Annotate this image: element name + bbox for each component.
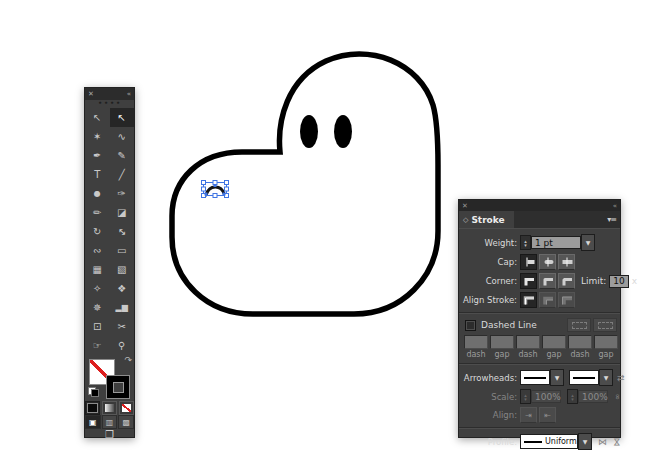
scale-start-input[interactable]: 100%: [531, 390, 561, 403]
eyedropper-icon: ✧: [93, 284, 101, 294]
arrowhead-end-dropdown-button[interactable]: ▼: [599, 369, 613, 386]
blob-shape[interactable]: [172, 54, 438, 314]
eraser-tool[interactable]: ◪: [110, 203, 135, 222]
swap-arrowheads-icon[interactable]: ⇄: [617, 373, 625, 383]
symbol-sprayer-tool[interactable]: ✵: [85, 298, 110, 317]
zoom-tool[interactable]: ⚲: [110, 336, 135, 355]
scale-end-stepper[interactable]: ▴▾: [567, 389, 578, 404]
rotate-tool[interactable]: ↻: [85, 222, 110, 241]
gradient-tool[interactable]: ▧: [110, 260, 135, 279]
gradient-button[interactable]: [102, 401, 117, 415]
divider: [459, 427, 620, 429]
profile-dropdown-button[interactable]: ▼: [578, 433, 592, 450]
weight-input[interactable]: 1 pt: [531, 236, 581, 249]
column-graph-tool[interactable]: ▂▆: [110, 298, 135, 317]
left-eye-shape[interactable]: [300, 115, 318, 148]
paintbrush-tool[interactable]: ✑: [110, 184, 135, 203]
align-dashes-button[interactable]: [593, 318, 617, 332]
eyedropper-tool[interactable]: ✧: [85, 279, 110, 298]
color-button[interactable]: [85, 401, 100, 415]
profile-select[interactable]: Uniform: [520, 434, 578, 449]
hand-tool[interactable]: ☞: [85, 336, 110, 355]
line-segment-tool[interactable]: ╱: [110, 165, 135, 184]
screen-mode-button[interactable]: ❐: [85, 429, 134, 440]
cap-label: Cap:: [462, 257, 517, 267]
preserve-dashes-icon: [572, 322, 587, 329]
dash-field[interactable]: [464, 335, 488, 349]
fill-stroke-controls: ↷: [85, 355, 134, 401]
draw-behind-button[interactable]: ▥: [102, 415, 118, 429]
butt-cap-button[interactable]: [520, 254, 537, 270]
preserve-dashes-button[interactable]: [567, 318, 591, 332]
collapse-panel-icon[interactable]: «: [613, 202, 617, 210]
stroke-panel-body: Weight: ▴▾ 1 pt ▼ Cap: Corner:: [459, 229, 620, 453]
limit-input[interactable]: 10: [609, 275, 628, 288]
draw-behind-icon: ▥: [106, 418, 114, 427]
artboard-tool[interactable]: ⊡: [85, 317, 110, 336]
close-icon[interactable]: ✕: [462, 202, 468, 210]
draw-inside-button[interactable]: ▩: [118, 415, 134, 429]
scale-start-stepper[interactable]: ▴▾: [520, 389, 531, 404]
mesh-tool[interactable]: ▦: [85, 260, 110, 279]
round-cap-button[interactable]: [539, 254, 556, 270]
scale-tool[interactable]: ↔: [110, 222, 135, 241]
gap-field[interactable]: [542, 335, 566, 349]
miter-join-button[interactable]: [520, 273, 537, 289]
stroke-swatch[interactable]: [106, 375, 130, 399]
blend-tool[interactable]: ❖: [110, 279, 135, 298]
flip-along-icon[interactable]: ⋈: [598, 437, 607, 447]
arrowhead-start-select[interactable]: [520, 370, 550, 385]
pen-tool[interactable]: ✒: [85, 146, 110, 165]
selection-tool[interactable]: ↖: [85, 108, 110, 127]
dashed-line-checkbox[interactable]: [465, 320, 476, 331]
gap-field[interactable]: [490, 335, 514, 349]
align-stroke-outside-button[interactable]: [558, 292, 575, 308]
projecting-cap-button[interactable]: [558, 254, 575, 270]
magic-wand-tool[interactable]: ✶: [85, 127, 110, 146]
right-eye-shape[interactable]: [334, 115, 352, 148]
panel-menu-icon[interactable]: ▾≡: [607, 211, 620, 228]
direct-selection-tool[interactable]: ↖: [110, 108, 135, 127]
none-button[interactable]: [119, 401, 134, 415]
tab-stroke[interactable]: ◇ Stroke: [459, 211, 514, 228]
collapse-panel-icon[interactable]: «: [127, 90, 131, 98]
align-stroke-center-button[interactable]: [520, 292, 537, 308]
direct-selection-tool-icon: ↖: [118, 113, 126, 123]
type-tool[interactable]: T: [85, 165, 110, 184]
bevel-join-button[interactable]: [558, 273, 575, 289]
lasso-tool[interactable]: ∿: [110, 127, 135, 146]
symbol-sprayer-icon: ✵: [93, 303, 101, 313]
panel-drag-handle[interactable]: ∙∙∙∙: [85, 100, 134, 108]
ellipse-tool[interactable]: ●: [85, 184, 110, 203]
gap-field[interactable]: [594, 335, 618, 349]
flip-across-icon[interactable]: ⋈: [612, 437, 622, 446]
align-arrowhead-truncate-button[interactable]: ⇤: [539, 407, 556, 423]
arrowhead-end-select[interactable]: [569, 370, 599, 385]
miter-join-icon: [523, 276, 535, 286]
profile-value: Uniform: [545, 437, 577, 446]
panel-cycle-icon[interactable]: ◇: [463, 216, 468, 224]
hand-icon: ☞: [93, 341, 102, 351]
weight-stepper[interactable]: ▴▾: [520, 235, 531, 250]
swap-fill-stroke-icon[interactable]: ↷: [124, 355, 132, 365]
arrowheads-row: Arrowheads: ▼ ▼ ⇄: [462, 369, 617, 386]
arrowhead-start-dropdown-button[interactable]: ▼: [550, 369, 564, 386]
link-scales-icon[interactable]: ∞: [613, 393, 622, 400]
default-fill-stroke-icon[interactable]: [88, 387, 99, 397]
corner-row: Corner: Limit: 10 x: [462, 273, 617, 289]
profile-label: Profile:: [462, 437, 517, 447]
dash-field[interactable]: [568, 335, 592, 349]
pencil-tool[interactable]: ✏: [85, 203, 110, 222]
slice-tool[interactable]: ✂: [110, 317, 135, 336]
draw-normal-button[interactable]: ▣: [85, 415, 101, 429]
weight-dropdown-button[interactable]: ▼: [581, 234, 595, 251]
scale-end-input[interactable]: 100%: [578, 390, 608, 403]
dash-field[interactable]: [516, 335, 540, 349]
width-tool[interactable]: ∾: [85, 241, 110, 260]
align-arrowhead-extend-button[interactable]: ⇥: [520, 407, 537, 423]
round-join-button[interactable]: [539, 273, 556, 289]
align-stroke-inside-button[interactable]: [539, 292, 556, 308]
curvature-tool[interactable]: ✎: [110, 146, 135, 165]
close-icon[interactable]: ✕: [88, 90, 94, 98]
free-transform-tool[interactable]: ▭: [110, 241, 135, 260]
